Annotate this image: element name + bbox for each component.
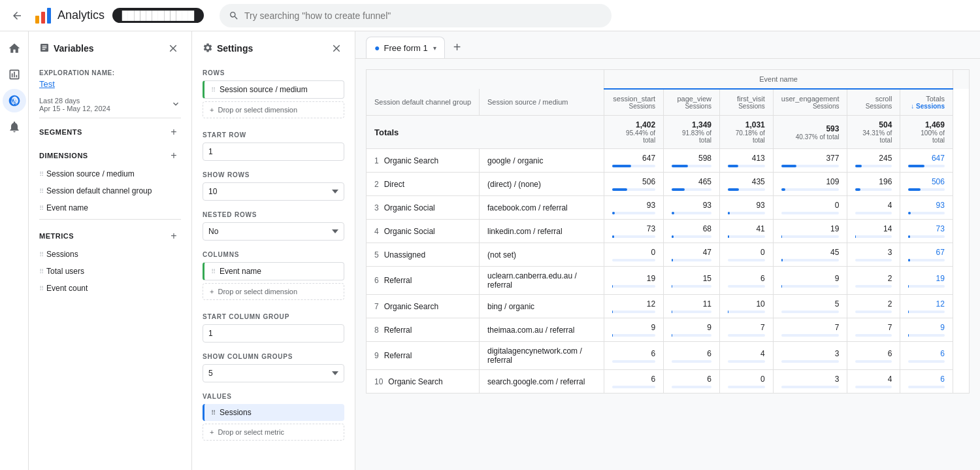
date-expand-icon[interactable] [171, 99, 181, 111]
drag-handle-sessions: ⠿ [39, 251, 42, 258]
settings-close-button[interactable] [329, 41, 344, 56]
row-channel: 3Organic Social [367, 196, 480, 220]
row-source: theimaa.com.au / referral [480, 318, 604, 342]
row-first-visit: 6 [719, 267, 773, 295]
back-button[interactable] [8, 7, 26, 25]
settings-gear-icon [203, 42, 213, 55]
rail-advertising-icon[interactable] [3, 115, 26, 139]
row-page-view: 15 [664, 267, 720, 295]
nested-rows-select[interactable]: No Yes [203, 222, 344, 241]
variables-close-button[interactable] [165, 41, 181, 56]
row-total: 9 [900, 318, 953, 342]
rows-dimension-chip[interactable]: ⠿ Session source / medium [203, 80, 344, 99]
columns-drop-dimension[interactable]: + Drop or select dimension [203, 283, 344, 300]
dimension-item-session-default[interactable]: ⠿ Session default channel group [29, 182, 191, 199]
table-header-group-top: Event name [367, 70, 970, 90]
variables-icon [39, 42, 50, 55]
row-session-start: 647 [604, 149, 664, 173]
row-source: uclearn.canberra.edu.au / referral [480, 267, 604, 295]
row-total: 6 [900, 370, 953, 394]
metric-item-sessions[interactable]: ⠿ Sessions [29, 246, 191, 263]
values-section-label: VALUES [203, 393, 344, 400]
totals-page-view: 1,349 91.83% of total [664, 116, 720, 149]
app-title: Analytics [57, 8, 105, 22]
drag-handle-total-users: ⠿ [39, 268, 42, 275]
row-page-view: 598 [664, 149, 720, 173]
segments-add-button[interactable]: + [167, 125, 181, 139]
search-input[interactable] [244, 10, 602, 21]
row-first-visit: 93 [719, 196, 773, 220]
drag-dots-values: ⠿ [211, 409, 216, 416]
row-total: 6 [900, 342, 953, 370]
account-pill[interactable]: ████████████ [112, 8, 204, 23]
table-row: 7Organic Search bing / organic 12 11 10 … [367, 295, 970, 318]
metric-item-event-count[interactable]: ⠿ Event count [29, 280, 191, 297]
row-source: google / organic [480, 149, 604, 173]
rail-explore-icon[interactable] [3, 89, 26, 112]
row-page-view: 6 [664, 370, 720, 394]
show-col-groups-select[interactable]: 5 10 [203, 364, 344, 382]
row-channel: 8Referral [367, 318, 480, 342]
th-scroll: scroll Sessions [847, 89, 900, 116]
table-row: 2Direct (direct) / (none) 506 465 435 10… [367, 173, 970, 196]
dimensions-row: DIMENSIONS + [29, 142, 191, 165]
start-row-input[interactable] [203, 143, 344, 161]
row-total: 93 [900, 196, 953, 220]
start-row-label: START ROW [203, 131, 344, 139]
metric-label-total-users: Total users [46, 267, 84, 276]
metric-item-total-users[interactable]: ⠿ Total users [29, 263, 191, 280]
exploration-name-value[interactable]: Test [29, 78, 191, 92]
dimension-item-session-source[interactable]: ⠿ Session source / medium [29, 165, 191, 182]
tab-dropdown-icon[interactable]: ▾ [433, 44, 436, 52]
row-channel: 6Referral [367, 267, 480, 295]
start-col-input[interactable] [203, 324, 344, 343]
tab-free-form-1[interactable]: ● Free form 1 ▾ [366, 37, 445, 58]
row-page-view: 11 [664, 295, 720, 318]
th-totals-name: Totals [908, 95, 945, 103]
drag-handle-event-name: ⠿ [39, 205, 42, 212]
th-first-visit-sub: Sessions [728, 103, 765, 110]
metrics-row: METRICS + [29, 222, 191, 246]
row-scroll: 3 [847, 243, 900, 267]
th-page-view-name: page_view [672, 95, 711, 103]
row-page-view: 68 [664, 220, 720, 243]
metrics-add-button[interactable]: + [167, 229, 181, 243]
table-header-sub: Session default channel group Session so… [367, 89, 970, 116]
th-session-default-col: Session default channel group [367, 89, 480, 116]
table-row: 9Referral digitalagencynetwork.com / ref… [367, 342, 970, 370]
variables-panel-header: Variables [29, 31, 191, 63]
tab-add-button[interactable]: + [448, 38, 467, 58]
columns-dimension-chip[interactable]: ⠿ Event name [203, 262, 344, 280]
values-drop-label: Drop or select metric [218, 428, 284, 436]
row-source: digitalagencynetwork.com / referral [480, 342, 604, 370]
rail-home-icon[interactable] [3, 37, 26, 60]
row-session-start: 19 [604, 267, 664, 295]
th-user-engagement-sub: Sessions [781, 103, 840, 110]
row-scroll: 6 [847, 342, 900, 370]
rows-section: ROWS ⠿ Session source / medium + Drop or… [192, 63, 355, 125]
row-source: facebook.com / referral [480, 196, 604, 220]
row-first-visit: 7 [719, 318, 773, 342]
show-col-groups-section: SHOW COLUMN GROUPS 5 10 [192, 346, 355, 386]
dimensions-add-button[interactable]: + [167, 148, 181, 163]
row-total: 12 [900, 295, 953, 318]
row-channel: 5Unassigned [367, 243, 480, 267]
row-channel: 4Organic Social [367, 220, 480, 243]
start-row-section: START ROW [192, 125, 355, 165]
values-drop-metric[interactable]: + Drop or select metric [203, 424, 344, 441]
values-metric-chip[interactable]: ⠿ Sessions [203, 404, 344, 421]
rail-reports-icon[interactable] [3, 63, 26, 86]
show-rows-select[interactable]: 10 25 50 [203, 182, 344, 201]
rows-drop-dimension[interactable]: + Drop or select dimension [203, 101, 344, 118]
row-first-visit: 10 [719, 295, 773, 318]
icon-rail [0, 31, 29, 470]
analytics-logo-icon [34, 7, 52, 25]
row-session-start: 12 [604, 295, 664, 318]
row-session-start: 506 [604, 173, 664, 196]
main-layout: Variables EXPLORATION NAME: Test Last 28… [0, 31, 980, 470]
dimension-item-event-name[interactable]: ⠿ Event name [29, 199, 191, 216]
drag-handle-session-default: ⠿ [39, 188, 42, 195]
search-bar[interactable] [220, 4, 612, 27]
totals-total: 1,469 100% of total [900, 116, 953, 149]
row-user-engagement: 19 [773, 220, 847, 243]
